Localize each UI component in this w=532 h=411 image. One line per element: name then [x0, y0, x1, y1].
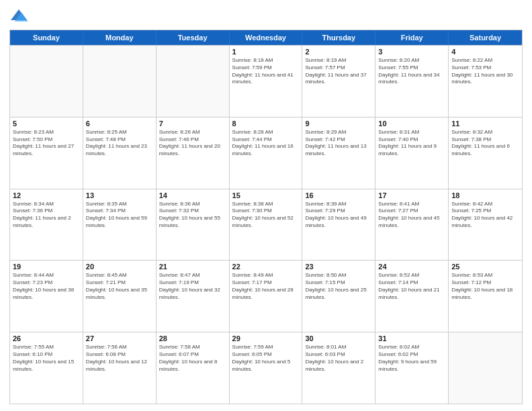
- cell-text: Sunrise: 8:50 AM Sunset: 7:15 PM Dayligh…: [305, 272, 372, 301]
- day-number: 17: [378, 191, 445, 199]
- cell-text: Sunrise: 8:49 AM Sunset: 7:17 PM Dayligh…: [232, 272, 300, 301]
- cell-text: Sunrise: 8:02 AM Sunset: 6:02 PM Dayligh…: [378, 344, 445, 373]
- cell-text: Sunrise: 8:23 AM Sunset: 7:50 PM Dayligh…: [13, 129, 80, 158]
- page-container: SundayMondayTuesdayWednesdayThursdayFrid…: [0, 0, 532, 411]
- day-number: 27: [86, 334, 153, 342]
- day-number: 6: [86, 120, 153, 128]
- cell-text: Sunrise: 8:29 AM Sunset: 7:42 PM Dayligh…: [305, 129, 372, 158]
- cal-cell-4-3: 21Sunrise: 8:47 AM Sunset: 7:19 PM Dayli…: [157, 261, 230, 332]
- cal-cell-1-3: [157, 46, 230, 117]
- day-number: 4: [451, 48, 519, 56]
- day-number: 13: [86, 191, 153, 199]
- page-header: [9, 7, 523, 26]
- cell-text: Sunrise: 8:18 AM Sunset: 7:59 PM Dayligh…: [232, 57, 300, 86]
- cal-cell-1-5: 2Sunrise: 8:19 AM Sunset: 7:57 PM Daylig…: [302, 46, 375, 117]
- cal-cell-3-6: 17Sunrise: 8:41 AM Sunset: 7:27 PM Dayli…: [375, 189, 449, 261]
- cal-cell-1-2: [83, 46, 157, 117]
- day-number: 10: [378, 120, 445, 128]
- cell-text: Sunrise: 8:36 AM Sunset: 7:32 PM Dayligh…: [159, 201, 226, 230]
- cell-text: Sunrise: 8:20 AM Sunset: 7:55 PM Dayligh…: [378, 57, 445, 86]
- calendar-header-row: SundayMondayTuesdayWednesdayThursdayFrid…: [10, 30, 522, 45]
- day-number: 18: [451, 191, 519, 199]
- cell-text: Sunrise: 8:41 AM Sunset: 7:27 PM Dayligh…: [378, 201, 445, 230]
- cal-cell-3-4: 15Sunrise: 8:38 AM Sunset: 7:30 PM Dayli…: [230, 189, 303, 261]
- day-number: 11: [451, 120, 519, 128]
- cal-cell-3-5: 16Sunrise: 8:39 AM Sunset: 7:29 PM Dayli…: [302, 189, 375, 261]
- cal-cell-4-1: 19Sunrise: 8:44 AM Sunset: 7:23 PM Dayli…: [10, 261, 83, 332]
- day-number: 2: [305, 48, 372, 56]
- logo: [9, 7, 31, 26]
- day-number: 9: [305, 120, 372, 128]
- cal-cell-5-7: [449, 332, 522, 404]
- logo-icon: [9, 7, 28, 26]
- day-number: 5: [13, 120, 80, 128]
- cal-cell-2-3: 7Sunrise: 8:26 AM Sunset: 7:46 PM Daylig…: [157, 118, 230, 189]
- cal-week-1: 1Sunrise: 8:18 AM Sunset: 7:59 PM Daylig…: [10, 45, 522, 117]
- cell-text: Sunrise: 8:19 AM Sunset: 7:57 PM Dayligh…: [305, 57, 372, 86]
- cal-header-wednesday: Wednesday: [230, 30, 303, 45]
- cal-cell-1-4: 1Sunrise: 8:18 AM Sunset: 7:59 PM Daylig…: [230, 46, 303, 117]
- cell-text: Sunrise: 8:22 AM Sunset: 7:53 PM Dayligh…: [451, 57, 519, 86]
- day-number: 1: [232, 48, 300, 56]
- cal-cell-2-5: 9Sunrise: 8:29 AM Sunset: 7:42 PM Daylig…: [302, 118, 375, 189]
- cal-cell-2-1: 5Sunrise: 8:23 AM Sunset: 7:50 PM Daylig…: [10, 118, 83, 189]
- cal-cell-3-7: 18Sunrise: 8:42 AM Sunset: 7:25 PM Dayli…: [449, 189, 522, 261]
- cell-text: Sunrise: 7:55 AM Sunset: 6:10 PM Dayligh…: [13, 344, 80, 373]
- cal-week-4: 19Sunrise: 8:44 AM Sunset: 7:23 PM Dayli…: [10, 260, 522, 332]
- day-number: 31: [378, 334, 445, 342]
- cell-text: Sunrise: 7:56 AM Sunset: 6:08 PM Dayligh…: [86, 344, 153, 373]
- cal-cell-5-3: 28Sunrise: 7:58 AM Sunset: 6:07 PM Dayli…: [157, 332, 230, 404]
- cal-week-2: 5Sunrise: 8:23 AM Sunset: 7:50 PM Daylig…: [10, 117, 522, 189]
- cal-cell-4-2: 20Sunrise: 8:45 AM Sunset: 7:21 PM Dayli…: [83, 261, 157, 332]
- cell-text: Sunrise: 8:32 AM Sunset: 7:38 PM Dayligh…: [451, 129, 519, 158]
- cal-cell-5-5: 30Sunrise: 8:01 AM Sunset: 6:03 PM Dayli…: [302, 332, 375, 404]
- cal-cell-2-4: 8Sunrise: 8:28 AM Sunset: 7:44 PM Daylig…: [230, 118, 303, 189]
- cal-cell-5-2: 27Sunrise: 7:56 AM Sunset: 6:08 PM Dayli…: [83, 332, 157, 404]
- day-number: 24: [378, 263, 445, 271]
- day-number: 25: [451, 263, 519, 271]
- cal-cell-2-7: 11Sunrise: 8:32 AM Sunset: 7:38 PM Dayli…: [449, 118, 522, 189]
- day-number: 19: [13, 263, 80, 271]
- cal-cell-5-4: 29Sunrise: 7:59 AM Sunset: 6:05 PM Dayli…: [230, 332, 303, 404]
- cell-text: Sunrise: 8:28 AM Sunset: 7:44 PM Dayligh…: [232, 129, 300, 158]
- cal-cell-4-4: 22Sunrise: 8:49 AM Sunset: 7:17 PM Dayli…: [230, 261, 303, 332]
- day-number: 21: [159, 263, 226, 271]
- cal-cell-4-6: 24Sunrise: 8:52 AM Sunset: 7:14 PM Dayli…: [375, 261, 449, 332]
- cal-week-3: 12Sunrise: 8:34 AM Sunset: 7:36 PM Dayli…: [10, 189, 522, 261]
- cell-text: Sunrise: 8:42 AM Sunset: 7:25 PM Dayligh…: [451, 201, 519, 230]
- cal-header-sunday: Sunday: [10, 30, 83, 45]
- cal-cell-5-1: 26Sunrise: 7:55 AM Sunset: 6:10 PM Dayli…: [10, 332, 83, 404]
- cal-cell-2-6: 10Sunrise: 8:31 AM Sunset: 7:40 PM Dayli…: [375, 118, 449, 189]
- cell-text: Sunrise: 8:52 AM Sunset: 7:14 PM Dayligh…: [378, 272, 445, 301]
- cell-text: Sunrise: 8:26 AM Sunset: 7:46 PM Dayligh…: [159, 129, 226, 158]
- day-number: 22: [232, 263, 300, 271]
- cell-text: Sunrise: 8:34 AM Sunset: 7:36 PM Dayligh…: [13, 201, 80, 230]
- cal-cell-4-7: 25Sunrise: 8:53 AM Sunset: 7:12 PM Dayli…: [449, 261, 522, 332]
- day-number: 30: [305, 334, 372, 342]
- cell-text: Sunrise: 7:58 AM Sunset: 6:07 PM Dayligh…: [159, 344, 226, 373]
- day-number: 3: [378, 48, 445, 56]
- day-number: 15: [232, 191, 300, 199]
- cal-cell-1-7: 4Sunrise: 8:22 AM Sunset: 7:53 PM Daylig…: [449, 46, 522, 117]
- cell-text: Sunrise: 8:53 AM Sunset: 7:12 PM Dayligh…: [451, 272, 519, 301]
- cal-cell-3-1: 12Sunrise: 8:34 AM Sunset: 7:36 PM Dayli…: [10, 189, 83, 261]
- cal-cell-3-3: 14Sunrise: 8:36 AM Sunset: 7:32 PM Dayli…: [157, 189, 230, 261]
- day-number: 16: [305, 191, 372, 199]
- cell-text: Sunrise: 7:59 AM Sunset: 6:05 PM Dayligh…: [232, 344, 300, 373]
- cell-text: Sunrise: 8:35 AM Sunset: 7:34 PM Dayligh…: [86, 201, 153, 230]
- cell-text: Sunrise: 8:31 AM Sunset: 7:40 PM Dayligh…: [378, 129, 445, 158]
- day-number: 14: [159, 191, 226, 199]
- cal-header-friday: Friday: [375, 30, 449, 45]
- day-number: 8: [232, 120, 300, 128]
- day-number: 20: [86, 263, 153, 271]
- cal-header-monday: Monday: [83, 30, 157, 45]
- cal-header-tuesday: Tuesday: [157, 30, 230, 45]
- cell-text: Sunrise: 8:38 AM Sunset: 7:30 PM Dayligh…: [232, 201, 300, 230]
- cal-cell-4-5: 23Sunrise: 8:50 AM Sunset: 7:15 PM Dayli…: [302, 261, 375, 332]
- day-number: 29: [232, 334, 300, 342]
- cal-header-saturday: Saturday: [449, 30, 522, 45]
- cal-cell-5-6: 31Sunrise: 8:02 AM Sunset: 6:02 PM Dayli…: [375, 332, 449, 404]
- calendar: SundayMondayTuesdayWednesdayThursdayFrid…: [9, 30, 523, 404]
- cell-text: Sunrise: 8:45 AM Sunset: 7:21 PM Dayligh…: [86, 272, 153, 301]
- cell-text: Sunrise: 8:25 AM Sunset: 7:48 PM Dayligh…: [86, 129, 153, 158]
